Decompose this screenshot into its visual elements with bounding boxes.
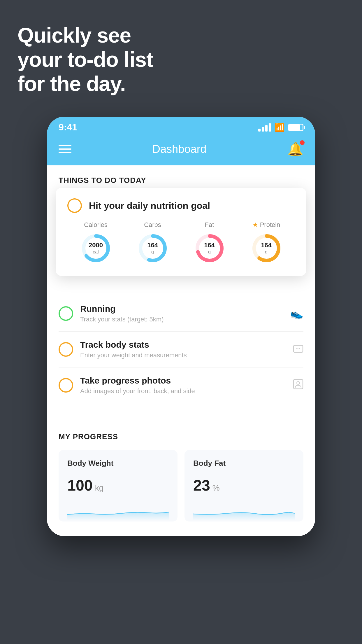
todo-item-photos[interactable]: Take progress photos Add images of your … [59, 368, 303, 403]
progress-heading: MY PROGRESS [59, 432, 303, 441]
nutrition-card-title: Hit your daily nutrition goal [89, 200, 210, 211]
hero-line1: Quickly see [17, 23, 153, 48]
fat-unit: g [204, 249, 215, 255]
carbs-label: Carbs [144, 221, 161, 229]
body-fat-value: 23 [193, 477, 210, 494]
calories-label: Calories [84, 221, 108, 229]
hero-line3: for the day. [17, 72, 153, 96]
calories-stat: Calories 2000 cal [80, 221, 112, 264]
nutrition-card: Hit your daily nutrition goal Calories [56, 188, 306, 276]
notification-badge [300, 140, 305, 145]
protein-stat: ★ Protein 164 g [250, 221, 282, 264]
hero-text: Quickly see your to-do list for the day. [17, 23, 153, 96]
body-stats-subtitle: Enter your weight and measurements [80, 351, 286, 359]
status-time: 9:41 [59, 122, 77, 133]
status-icons: 📶 [258, 123, 303, 132]
body-weight-value-row: 100 kg [67, 477, 169, 494]
body-weight-chart [67, 503, 169, 520]
body-stats-text: Track body stats Enter your weight and m… [80, 340, 286, 359]
todo-list: Running Track your stats (target: 5km) 👟… [47, 296, 315, 403]
body-weight-value: 100 [67, 477, 93, 494]
running-subtitle: Track your stats (target: 5km) [80, 316, 283, 323]
body-fat-unit: % [212, 483, 220, 493]
carbs-donut: 164 g [137, 232, 169, 264]
phone-mockup: 9:41 📶 Dashboard 🔔 TH [47, 117, 315, 536]
svg-point-10 [297, 382, 300, 384]
things-to-do-heading: THINGS TO DO TODAY [47, 165, 315, 191]
todo-item-running[interactable]: Running Track your stats (target: 5km) 👟 [59, 296, 303, 332]
body-weight-card: Body Weight 100 kg [59, 450, 178, 522]
running-text: Running Track your stats (target: 5km) [80, 304, 283, 323]
body-fat-card: Body Fat 23 % [184, 450, 303, 522]
signal-bars-icon [258, 123, 271, 132]
menu-button[interactable] [59, 145, 71, 153]
carbs-stat: Carbs 164 g [137, 221, 169, 264]
nutrition-card-header: Hit your daily nutrition goal [67, 198, 295, 213]
app-content: THINGS TO DO TODAY Hit your daily nutrit… [47, 165, 315, 536]
photos-subtitle: Add images of your front, back, and side [80, 387, 286, 395]
scale-icon [293, 343, 303, 356]
protein-label: ★ Protein [252, 221, 280, 229]
body-fat-value-row: 23 % [193, 477, 295, 494]
battery-icon [288, 124, 303, 131]
notifications-button[interactable]: 🔔 [287, 141, 303, 157]
body-stats-check-circle[interactable] [59, 342, 73, 357]
progress-section: MY PROGRESS Body Weight 100 kg [47, 421, 315, 522]
fat-label: Fat [205, 221, 214, 229]
calories-unit: cal [89, 249, 103, 255]
header-title: Dashboard [152, 143, 207, 155]
fat-stat: Fat 164 g [194, 221, 226, 264]
running-check-circle[interactable] [59, 306, 73, 321]
todo-item-body-stats[interactable]: Track body stats Enter your weight and m… [59, 332, 303, 368]
person-icon [293, 379, 303, 392]
hero-line2: your to-do list [17, 48, 153, 72]
nutrition-stats: Calories 2000 cal [67, 221, 295, 264]
photos-title: Take progress photos [80, 376, 286, 386]
nutrition-check-circle[interactable] [67, 198, 82, 213]
progress-cards: Body Weight 100 kg [59, 450, 303, 522]
body-weight-unit: kg [95, 483, 104, 493]
running-shoe-icon: 👟 [290, 307, 303, 320]
app-header: Dashboard 🔔 [47, 136, 315, 165]
calories-donut: 2000 cal [80, 232, 112, 264]
star-icon: ★ [252, 221, 258, 229]
running-title: Running [80, 304, 283, 314]
fat-value: 164 [204, 242, 215, 249]
protein-donut: 164 g [250, 232, 282, 264]
wifi-icon: 📶 [275, 123, 285, 132]
body-fat-title: Body Fat [193, 459, 295, 468]
fat-donut: 164 g [194, 232, 226, 264]
photos-text: Take progress photos Add images of your … [80, 376, 286, 395]
carbs-unit: g [147, 249, 158, 255]
status-bar: 9:41 📶 [47, 117, 315, 136]
calories-value: 2000 [89, 242, 103, 249]
carbs-value: 164 [147, 242, 158, 249]
body-weight-title: Body Weight [67, 459, 169, 468]
svg-rect-8 [294, 345, 303, 352]
photos-check-circle[interactable] [59, 378, 73, 393]
protein-value: 164 [261, 242, 272, 249]
protein-unit: g [261, 249, 272, 255]
body-fat-chart [193, 503, 295, 520]
body-stats-title: Track body stats [80, 340, 286, 350]
